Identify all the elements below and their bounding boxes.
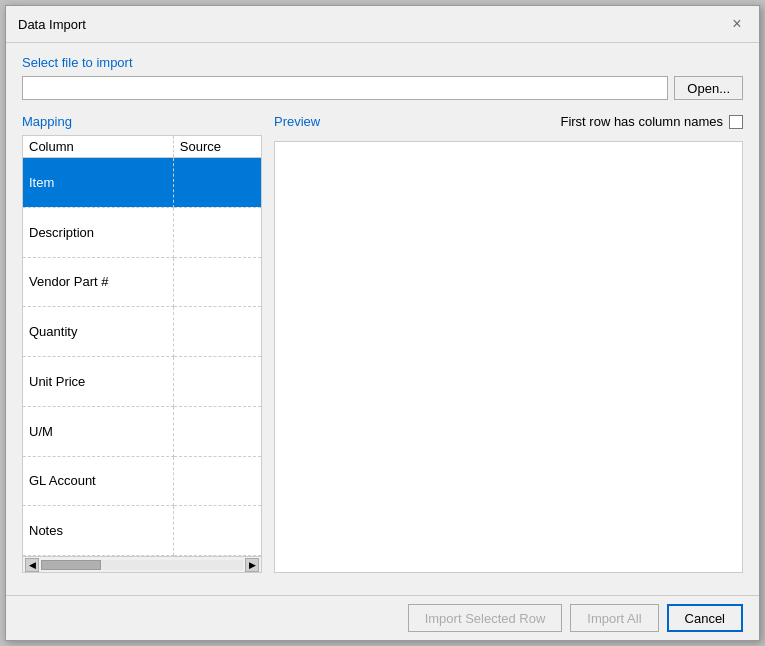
mapping-table-container: Column Source ItemDescriptionVendor Part… xyxy=(22,135,262,573)
dialog-title: Data Import xyxy=(18,17,86,32)
mapping-label: Mapping xyxy=(22,114,262,129)
horizontal-scrollbar[interactable]: ◀ ▶ xyxy=(23,556,261,572)
source-cell xyxy=(173,456,261,506)
preview-label: Preview xyxy=(274,114,320,129)
column-cell: Quantity xyxy=(23,307,173,357)
scroll-left-arrow[interactable]: ◀ xyxy=(25,558,39,572)
table-row[interactable]: Quantity xyxy=(23,307,261,357)
source-cell xyxy=(173,158,261,208)
mapping-header-row: Column Source xyxy=(23,136,261,158)
table-row[interactable]: Description xyxy=(23,207,261,257)
file-row: Open... xyxy=(22,76,743,100)
source-cell xyxy=(173,207,261,257)
mapping-preview-row: Mapping Column Source ItemDescriptionVen… xyxy=(22,114,743,573)
select-file-label: Select file to import xyxy=(22,55,743,70)
close-button[interactable]: × xyxy=(727,14,747,34)
column-cell: Item xyxy=(23,158,173,208)
source-cell xyxy=(173,357,261,407)
data-import-dialog: Data Import × Select file to import Open… xyxy=(5,5,760,641)
source-cell xyxy=(173,307,261,357)
table-row[interactable]: U/M xyxy=(23,406,261,456)
dialog-body: Select file to import Open... Mapping Co… xyxy=(6,43,759,595)
column-header: Column xyxy=(23,136,173,158)
preview-area xyxy=(274,141,743,573)
column-cell: GL Account xyxy=(23,456,173,506)
preview-section: Preview First row has column names xyxy=(274,114,743,573)
mapping-section: Mapping Column Source ItemDescriptionVen… xyxy=(22,114,262,573)
column-cell: Unit Price xyxy=(23,357,173,407)
import-all-button[interactable]: Import All xyxy=(570,604,658,632)
column-cell: U/M xyxy=(23,406,173,456)
table-row[interactable]: GL Account xyxy=(23,456,261,506)
table-row[interactable]: Vendor Part # xyxy=(23,257,261,307)
source-cell xyxy=(173,506,261,556)
column-cell: Description xyxy=(23,207,173,257)
import-selected-row-button[interactable]: Import Selected Row xyxy=(408,604,563,632)
scroll-thumb[interactable] xyxy=(41,560,101,570)
source-cell xyxy=(173,406,261,456)
table-row[interactable]: Item xyxy=(23,158,261,208)
scroll-right-arrow[interactable]: ▶ xyxy=(245,558,259,572)
table-row[interactable]: Unit Price xyxy=(23,357,261,407)
first-row-label: First row has column names xyxy=(560,114,723,129)
source-header: Source xyxy=(173,136,261,158)
first-row-checkbox[interactable] xyxy=(729,115,743,129)
scroll-track[interactable] xyxy=(41,560,243,570)
source-cell xyxy=(173,257,261,307)
cancel-button[interactable]: Cancel xyxy=(667,604,743,632)
column-cell: Notes xyxy=(23,506,173,556)
title-bar: Data Import × xyxy=(6,6,759,43)
mapping-table: Column Source ItemDescriptionVendor Part… xyxy=(23,136,261,556)
first-row-option: First row has column names xyxy=(560,114,743,129)
file-path-input[interactable] xyxy=(22,76,668,100)
dialog-footer: Import Selected Row Import All Cancel xyxy=(6,595,759,640)
table-row[interactable]: Notes xyxy=(23,506,261,556)
open-button[interactable]: Open... xyxy=(674,76,743,100)
column-cell: Vendor Part # xyxy=(23,257,173,307)
